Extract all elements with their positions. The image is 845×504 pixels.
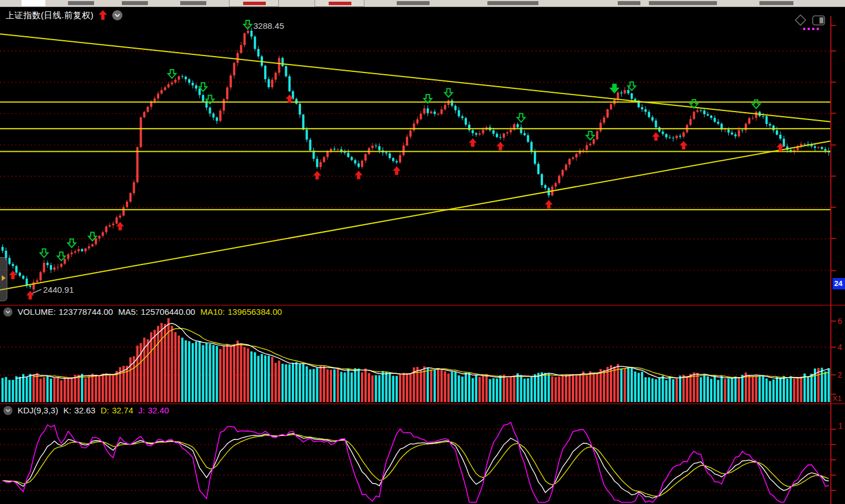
volume-ma10-value: 139656384.00 bbox=[228, 307, 282, 317]
price-up-arrow-icon bbox=[99, 10, 107, 20]
volume-scale-label: X1 bbox=[833, 394, 842, 403]
volume-axis-tick: 2 bbox=[838, 370, 842, 379]
kdj-k-value: 32.63 bbox=[74, 405, 96, 415]
volume-header: VOLUME: 123778744.00 MA5: 125706440.00 M… bbox=[3, 306, 282, 318]
magenta-dots-indicator bbox=[803, 28, 819, 30]
chevron-down-icon bbox=[3, 406, 12, 415]
chart-title-row: 上证指数(日线.前复权) bbox=[6, 9, 122, 22]
chart-title: 上证指数(日线.前复权) bbox=[6, 10, 94, 21]
volume-label: VOLUME: bbox=[18, 307, 56, 317]
peak-price-label: 3288.45 bbox=[253, 21, 284, 31]
kdj-d-value: 32.74 bbox=[112, 405, 133, 415]
chevron-down-icon bbox=[112, 10, 122, 20]
chart-canvas[interactable] bbox=[0, 0, 845, 504]
volume-ma10-label: MA10: bbox=[200, 307, 224, 317]
diamond-tool-icon[interactable] bbox=[795, 14, 806, 26]
side-panel-toggle-icon[interactable] bbox=[812, 15, 825, 26]
kdj-header: KDJ(9,3,3) K: 32.63 D: 32.74 J: 32.40 bbox=[3, 404, 169, 416]
volume-ma5-value: 125706440.00 bbox=[141, 307, 195, 317]
side-drawer-handle[interactable] bbox=[0, 257, 7, 301]
price-axis-tag: 24 bbox=[833, 278, 845, 289]
chart-corner-tools bbox=[795, 14, 825, 26]
kdj-axis-tick: 1 bbox=[838, 421, 843, 430]
expand-arrow-icon bbox=[2, 275, 6, 281]
kdj-k-label: K: bbox=[63, 405, 71, 415]
low-price-label: 2440.91 bbox=[43, 285, 74, 294]
kdj-d-label: D: bbox=[100, 405, 109, 415]
volume-axis-tick: 6 bbox=[838, 317, 842, 326]
kdj-j-value: 32.40 bbox=[148, 405, 169, 415]
volume-value: 123778744.00 bbox=[59, 307, 113, 317]
kdj-j-label: J: bbox=[138, 405, 145, 415]
app-window: 上证指数(日线.前复权) 3288.45 2440.91 24 bbox=[0, 0, 845, 504]
volume-axis-tick: 4 bbox=[838, 343, 842, 352]
volume-ma5-label: MA5: bbox=[118, 307, 138, 317]
collapse-volume-button[interactable] bbox=[3, 307, 12, 317]
kdj-label: KDJ(9,3,3) bbox=[18, 405, 58, 415]
chevron-down-icon bbox=[3, 307, 12, 317]
collapse-kdj-button[interactable] bbox=[3, 406, 12, 415]
collapse-main-chart-button[interactable] bbox=[112, 10, 122, 20]
